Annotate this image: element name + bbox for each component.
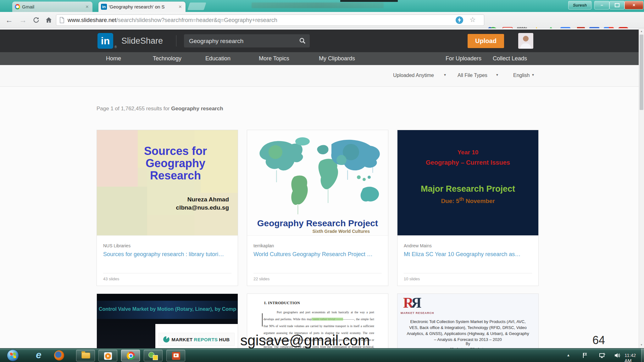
scroll-up-icon[interactable]: ▲ xyxy=(639,29,644,34)
minimize-button[interactable]: – xyxy=(594,1,609,9)
page-icon xyxy=(59,17,64,23)
start-button[interactable] xyxy=(7,349,19,361)
chevron-down-icon[interactable]: ▾ xyxy=(496,73,498,77)
slideshow-thumbnail[interactable]: Geography Research Project Sixth Grade W… xyxy=(247,130,388,236)
taskbar-notes-button[interactable] xyxy=(144,350,163,361)
logo-panel: MARKET REPORTS HUB xyxy=(155,324,238,348)
slideshow-thumbnail[interactable]: Sources for Geography Research Nureza Ah… xyxy=(97,130,238,236)
address-bar[interactable]: www.slideshare.net/search/slideshow?sear… xyxy=(56,14,484,26)
google-favicon xyxy=(15,4,20,9)
card-title-link[interactable]: Sources for geography research : library… xyxy=(103,251,231,258)
filter-language[interactable]: English xyxy=(513,73,530,78)
site-search-box[interactable] xyxy=(184,34,310,47)
reload-icon[interactable] xyxy=(31,12,41,28)
windows-flag-icon xyxy=(10,353,16,359)
upload-button[interactable]: Upload xyxy=(468,34,504,48)
action-center-flag-icon[interactable] xyxy=(582,352,588,359)
taskbar-powerpoint-button[interactable] xyxy=(166,350,185,361)
taskbar-chrome-button[interactable] xyxy=(121,350,140,361)
card-meta: terrikaplan World Cultures Geography Res… xyxy=(247,236,388,286)
market-reports-hub-logo: MARKET REPORTS HUB xyxy=(158,333,235,346)
nav-item-technology[interactable]: Technology xyxy=(153,52,181,65)
scrollbar[interactable]: ▲ ▼ xyxy=(639,28,644,348)
header-divider xyxy=(176,35,176,47)
slideshow-thumbnail[interactable]: RR MARKET RESEARCH Electronic Toll Colle… xyxy=(397,294,538,348)
nav-item-for-uploaders[interactable]: For Uploaders xyxy=(446,52,481,65)
new-tab-button[interactable] xyxy=(187,3,206,10)
linkedin-logo[interactable]: in xyxy=(97,33,113,49)
network-icon[interactable] xyxy=(599,352,605,359)
media-player-icon xyxy=(104,352,112,360)
card-slide-count: 10 slides xyxy=(404,273,532,281)
slide-title-text: Sources for Geography Research xyxy=(119,145,232,182)
nav-item-my-clipboards[interactable]: My Clipboards xyxy=(319,52,355,65)
home-icon[interactable] xyxy=(44,12,53,28)
card-title-link[interactable]: Mt Eliza SC Year 10 Geography research a… xyxy=(404,251,532,258)
tab-close-icon[interactable]: × xyxy=(177,4,183,10)
url-path: /search/slideshow?searchfrom=header&q=Ge… xyxy=(116,17,277,23)
data-saver-icon[interactable] xyxy=(456,16,463,24)
result-card: Year 10 Geography – Current Issues Major… xyxy=(397,130,539,286)
scroll-down-icon[interactable]: ▼ xyxy=(639,343,644,348)
nav-item-collect-leads[interactable]: Collect Leads xyxy=(493,52,527,65)
card-author[interactable]: NUS Libraries xyxy=(103,243,231,248)
card-title-link[interactable]: World Cultures Geography Research Projec… xyxy=(253,251,382,258)
nav-item-more-topics[interactable]: More Topics xyxy=(259,52,289,65)
page-number: 64 xyxy=(592,334,605,347)
card-meta: NUS Libraries Sources for geography rese… xyxy=(97,236,238,286)
notes-icon xyxy=(148,352,158,360)
folder-icon xyxy=(81,353,90,359)
forward-icon[interactable]: → xyxy=(18,12,28,28)
bookmark-star-icon[interactable]: ☆ xyxy=(469,16,476,24)
document-heading: I. INTRODUCTION xyxy=(264,301,300,305)
slide-by-text: By xyxy=(397,342,538,346)
tab-slideshare[interactable]: in 'Geography research' on S × xyxy=(98,2,186,12)
scrollbar-thumb[interactable] xyxy=(640,35,643,110)
slideshow-thumbnail[interactable]: Control Valve Market by Motion (Rotary, … xyxy=(97,294,238,348)
back-icon[interactable]: ← xyxy=(4,12,14,28)
search-icon[interactable] xyxy=(299,37,306,46)
filter-file-types[interactable]: All File Types xyxy=(458,73,487,78)
slide-subtitle-text: Sixth Grade World Cultures xyxy=(312,229,370,234)
slide-heading-text: Major Research Project xyxy=(397,184,538,194)
url-text: www.slideshare.net/search/slideshow?sear… xyxy=(68,17,277,24)
brand-name[interactable]: SlideShare xyxy=(121,30,163,52)
slideshow-thumbnail[interactable]: Year 10 Geography – Current Issues Major… xyxy=(397,130,538,236)
card-author[interactable]: Andrew Mains xyxy=(404,243,532,248)
tab-close-icon[interactable]: × xyxy=(84,4,90,10)
slide-title-text: Electronic Toll Collection System Market… xyxy=(406,319,530,343)
nav-item-home[interactable]: Home xyxy=(106,52,121,65)
nav-item-education[interactable]: Education xyxy=(205,52,230,65)
site-search-input[interactable] xyxy=(188,34,293,48)
logo-caption: MARKET RESEARCH xyxy=(401,311,434,315)
result-card: Sources for Geography Research Nureza Ah… xyxy=(97,130,238,286)
show-desktop-button[interactable] xyxy=(641,348,644,362)
browser-toolbar: ← → www.slideshare.net/search/slideshow?… xyxy=(0,12,644,28)
card-meta: Andrew Mains Mt Eliza SC Year 10 Geograp… xyxy=(397,236,538,286)
tab-gmail[interactable]: Gmail × xyxy=(12,2,92,12)
card-slide-count: 43 slides xyxy=(103,273,231,281)
user-avatar[interactable] xyxy=(518,33,533,49)
restore-icon xyxy=(615,3,619,7)
background-window-notch xyxy=(340,0,398,2)
results-prefix: Page 1 of 1,762,455 results for xyxy=(97,106,171,112)
close-window-button[interactable]: × xyxy=(625,1,643,9)
slide-subtitle-text: Geography – Current Issues xyxy=(397,159,538,166)
result-card: RR MARKET RESEARCH Electronic Toll Colle… xyxy=(397,293,539,348)
firefox-icon[interactable] xyxy=(54,350,64,360)
world-map-watercolor xyxy=(247,130,388,217)
chevron-down-icon[interactable]: ▾ xyxy=(532,73,534,77)
chrome-profile-button[interactable]: Suresh xyxy=(568,1,591,9)
taskbar-explorer-button[interactable] xyxy=(76,350,95,361)
chevron-down-icon[interactable]: ▾ xyxy=(444,73,446,77)
volume-icon[interactable] xyxy=(614,352,620,359)
internet-explorer-icon[interactable]: e xyxy=(33,349,44,362)
powerpoint-icon xyxy=(172,352,180,360)
tray-expand-icon[interactable]: ▲ xyxy=(567,353,570,357)
slideshare-nav: Home Technology Education More Topics My… xyxy=(0,52,644,65)
browser-titlebar: Gmail × in 'Geography research' on S × S… xyxy=(0,0,644,12)
card-author[interactable]: terrikaplan xyxy=(253,243,382,248)
restore-button[interactable] xyxy=(609,1,625,9)
filter-uploaded[interactable]: Uploaded Anytime xyxy=(393,73,434,78)
taskbar-media-player-button[interactable] xyxy=(98,350,117,361)
